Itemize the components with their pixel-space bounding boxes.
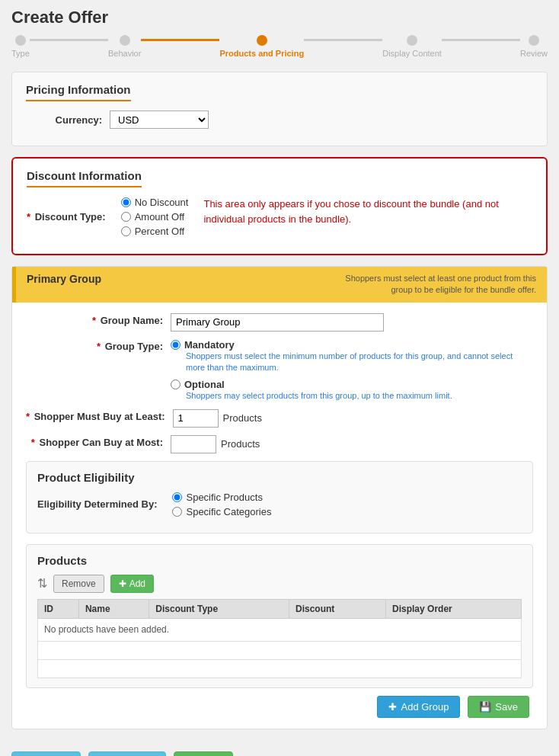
empty-cell-1 [38, 641, 522, 659]
wizard-step-type[interactable]: Type [11, 35, 30, 58]
connector-1 [30, 39, 108, 41]
min-buy-row: * Shopper Must Buy at Least: Products [26, 409, 533, 428]
wizard-step-review[interactable]: Review [520, 35, 548, 58]
discount-type-label: * Discount Type: [27, 211, 106, 223]
group-name-input[interactable] [171, 313, 384, 332]
max-buy-row: * Shopper Can Buy at Most: Products [26, 435, 533, 453]
mandatory-option: Mandatory Shoppers must select the minim… [171, 339, 533, 374]
group-type-row: * Group Type: Mandatory Shoppers must se… [26, 339, 533, 402]
optional-label: Optional [184, 379, 225, 390]
add-label: Add [129, 578, 145, 589]
max-buy-label: * Shopper Can Buy at Most: [26, 435, 163, 448]
discount-label-text: Discount Type: [35, 211, 106, 223]
add-icon: ✚ [119, 578, 126, 589]
min-buy-input-group: Products [173, 409, 262, 428]
products-card: Products ⇅ Remove ✚ Add ID Name Discount [26, 544, 533, 688]
min-buy-suffix: Products [223, 412, 262, 424]
pricing-section-title: Pricing Information [26, 83, 131, 101]
max-buy-suffix: Products [221, 438, 260, 450]
empty-row-2 [38, 659, 522, 678]
col-id: ID [38, 599, 79, 618]
max-buy-label-text: Shopper Can Buy at Most: [39, 437, 163, 448]
step-circle-display [407, 35, 417, 46]
step-circle-type [15, 35, 26, 46]
products-header-row: ID Name Discount Type Discount Display O… [38, 599, 522, 618]
group-name-label-text: Group Name: [101, 315, 163, 326]
discount-section-title: Discount Information [27, 169, 142, 187]
currency-label: Currency: [26, 114, 102, 126]
products-table: ID Name Discount Type Discount Display O… [37, 599, 522, 678]
empty-row-1 [38, 641, 522, 659]
mandatory-radio-label[interactable]: Mandatory [171, 339, 533, 351]
specific-products-option[interactable]: Specific Products [172, 492, 271, 503]
step-circle-behavior [120, 35, 130, 46]
specific-products-radio[interactable] [172, 492, 182, 502]
specific-categories-label: Specific Categories [186, 506, 271, 517]
group-type-label-text: Group Type: [105, 341, 163, 352]
no-discount-label: No Discount [135, 197, 189, 208]
group-name-row: * Group Name: [26, 313, 533, 332]
optional-radio-label[interactable]: Optional [171, 379, 533, 390]
group-action-row: ✚ Add Group 💾 Save [26, 696, 533, 718]
group-name-label: * Group Name: [26, 313, 163, 326]
amount-off-radio[interactable] [121, 212, 131, 222]
specific-categories-radio[interactable] [172, 507, 182, 517]
wizard-steps: Type Behavior Products and Pricing Displ… [11, 35, 548, 58]
add-group-button[interactable]: ✚ Add Group [377, 696, 460, 718]
max-buy-input[interactable] [171, 435, 216, 453]
specific-categories-option[interactable]: Specific Categories [172, 506, 271, 517]
group-type-label: * Group Type: [26, 339, 163, 352]
currency-row: Currency: USD EUR GBP [26, 111, 533, 129]
products-toolbar: ⇅ Remove ✚ Add [37, 575, 522, 593]
primary-group-header-note: Shoppers must select at least one produc… [338, 273, 536, 296]
discount-body: * Discount Type: No Discount Amount Off [27, 197, 532, 243]
save-button[interactable]: 💾 Save [468, 696, 529, 718]
wizard-step-display[interactable]: Display Content [382, 35, 442, 58]
sort-icon: ⇅ [37, 576, 47, 591]
group-type-options: Mandatory Shoppers must select the minim… [171, 339, 533, 402]
empty-cell-2 [38, 659, 522, 678]
discount-options: No Discount Amount Off Percent Off [121, 197, 189, 237]
wizard-step-products-pricing[interactable]: Products and Pricing [219, 35, 304, 58]
add-button[interactable]: ✚ Add [110, 575, 154, 593]
eligibility-title: Product Eligibility [37, 471, 522, 484]
percent-off-label: Percent Off [135, 226, 185, 237]
mandatory-desc: Shoppers must select the minimum number … [186, 351, 533, 374]
wizard-step-behavior[interactable]: Behavior [108, 35, 141, 58]
mandatory-radio[interactable] [171, 340, 180, 350]
step-label-products: Products and Pricing [219, 49, 304, 58]
remove-button[interactable]: Remove [53, 575, 104, 593]
step-circle-review [529, 35, 539, 46]
discount-notice: This area only appears if you chose to d… [203, 197, 532, 243]
discount-section: Discount Information * Discount Type: No… [11, 157, 548, 255]
primary-group-header: Primary Group Shoppers must select at le… [12, 267, 547, 303]
cancel-button[interactable]: ↺ Cancel [11, 751, 81, 756]
previous-button[interactable]: ⇦ Previous [88, 751, 166, 756]
percent-off-radio[interactable] [121, 226, 131, 236]
eligibility-options: Specific Products Specific Categories [172, 492, 271, 517]
no-discount-radio[interactable] [121, 197, 131, 207]
amount-off-option[interactable]: Amount Off [121, 211, 189, 223]
footer-nav: ↺ Cancel ⇦ Previous Next ⇨ [11, 740, 548, 756]
col-name: Name [78, 599, 149, 618]
products-title: Products [37, 554, 522, 567]
currency-select[interactable]: USD EUR GBP [110, 111, 209, 129]
percent-off-option[interactable]: Percent Off [121, 226, 189, 237]
min-buy-label: * Shopper Must Buy at Least: [26, 409, 165, 422]
step-label-behavior: Behavior [108, 49, 141, 58]
save-label: Save [495, 701, 518, 713]
no-discount-option[interactable]: No Discount [121, 197, 189, 208]
next-button[interactable]: Next ⇨ [174, 751, 233, 756]
step-label-review: Review [520, 49, 548, 58]
col-discount: Discount [289, 599, 385, 618]
add-group-label: Add Group [401, 701, 449, 713]
eligibility-card: Product Eligibility Eligibility Determin… [26, 461, 533, 533]
optional-radio[interactable] [171, 380, 180, 389]
discount-left: * Discount Type: No Discount Amount Off [27, 197, 188, 243]
primary-group-section: Primary Group Shoppers must select at le… [11, 266, 548, 729]
col-discount-type: Discount Type [149, 599, 289, 618]
specific-products-label: Specific Products [186, 492, 262, 503]
mandatory-label: Mandatory [184, 339, 235, 351]
min-buy-input[interactable] [173, 409, 219, 428]
amount-off-label: Amount Off [135, 211, 185, 223]
